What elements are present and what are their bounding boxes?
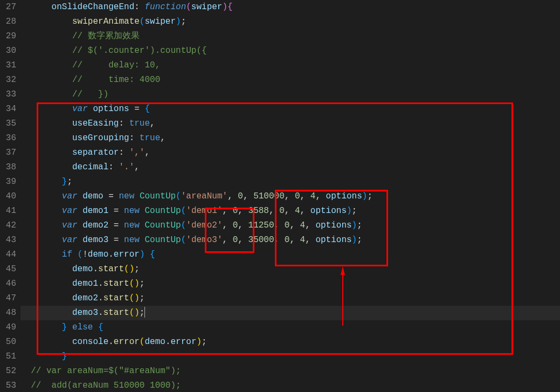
token-punc: : bbox=[134, 2, 144, 12]
line-number: 31 bbox=[2, 58, 16, 73]
text-cursor bbox=[144, 307, 145, 318]
code-line[interactable]: swiperAnimate(swiper); bbox=[20, 15, 560, 29]
token-punc: , bbox=[285, 191, 295, 201]
token-kw2: else bbox=[72, 322, 93, 332]
code-line[interactable]: var demo3 = new CountUp('demo3', 0, 3500… bbox=[20, 233, 560, 247]
token-kw2: if bbox=[62, 250, 72, 259]
code-line[interactable]: // add(areaNum 510000 1000); bbox=[20, 379, 560, 392]
token-punc: , bbox=[238, 221, 248, 230]
token-paren3: } bbox=[62, 177, 67, 187]
code-line[interactable]: separator: ',', bbox=[20, 146, 560, 160]
code-line[interactable]: var demo1 = new CountUp('demo1', 0, 3588… bbox=[20, 204, 560, 218]
token-punc: , bbox=[300, 206, 310, 216]
token-str: '.' bbox=[119, 162, 134, 172]
code-line[interactable]: // time: 4000 bbox=[20, 73, 560, 87]
line-number: 41 bbox=[2, 204, 16, 218]
token-paren2: ( bbox=[186, 2, 191, 12]
line-number-gutter: 2728293031323334353637383940414243444546… bbox=[0, 0, 20, 392]
token-punc: ; bbox=[134, 264, 140, 274]
token-punc: . bbox=[98, 293, 103, 303]
token-var: demo3 bbox=[82, 235, 108, 245]
token-punc: , bbox=[150, 119, 155, 128]
line-number: 43 bbox=[2, 233, 16, 247]
code-line[interactable]: } bbox=[20, 349, 560, 364]
token-kw2: new bbox=[124, 235, 140, 245]
line-number: 51 bbox=[2, 349, 16, 364]
token-punc bbox=[78, 221, 83, 230]
token-paren2: ) bbox=[222, 2, 227, 12]
code-line[interactable]: var demo2 = new CountUp('demo2', 0, 1125… bbox=[20, 218, 560, 233]
token-paren: () bbox=[124, 264, 134, 274]
token-punc: , bbox=[160, 133, 165, 143]
token-var: options bbox=[310, 206, 347, 216]
token-str: 'demo3' bbox=[186, 235, 222, 245]
token-kw2: true bbox=[129, 119, 150, 128]
token-punc: ; bbox=[140, 308, 145, 318]
token-var: useEasing bbox=[72, 119, 119, 128]
token-var: demo bbox=[82, 191, 103, 201]
code-line[interactable]: useEasing: true, bbox=[20, 116, 560, 131]
code-line[interactable]: demo.start(); bbox=[20, 262, 560, 277]
token-punc: , bbox=[144, 148, 150, 157]
token-paren3: { bbox=[144, 104, 150, 114]
token-var: options bbox=[315, 235, 351, 245]
token-punc: : bbox=[129, 133, 140, 143]
code-line[interactable]: }; bbox=[20, 175, 560, 189]
code-line[interactable]: decimal: '.', bbox=[20, 160, 560, 175]
token-kw2: new bbox=[119, 191, 134, 201]
token-num: 0 bbox=[233, 235, 238, 245]
token-com: // add(areaNum 510000 1000); bbox=[31, 381, 181, 390]
token-punc: , bbox=[274, 221, 285, 230]
token-num: 0 bbox=[233, 206, 238, 216]
token-num: 0 bbox=[285, 221, 290, 230]
token-fn: start bbox=[103, 308, 129, 318]
token-kw2: new bbox=[124, 206, 140, 216]
code-line[interactable]: demo3.start(); bbox=[20, 306, 560, 320]
code-line[interactable]: useGrouping: true, bbox=[20, 131, 560, 146]
line-number: 44 bbox=[2, 247, 16, 262]
code-line[interactable]: console.error(demo.error); bbox=[20, 335, 560, 349]
token-punc: ; bbox=[140, 293, 145, 303]
code-line[interactable]: var options = { bbox=[20, 102, 560, 116]
line-number: 45 bbox=[2, 262, 16, 277]
token-kw: var bbox=[72, 104, 88, 114]
line-number: 33 bbox=[2, 87, 16, 102]
token-punc: , bbox=[134, 162, 140, 172]
token-str: 'areaNum' bbox=[181, 191, 227, 201]
token-num: 0 bbox=[295, 191, 300, 201]
token-punc: ; bbox=[357, 221, 362, 230]
token-num: 0 bbox=[285, 235, 290, 245]
token-paren3: ( bbox=[140, 17, 145, 26]
code-line[interactable]: // delay: 10, bbox=[20, 58, 560, 73]
token-punc: = bbox=[103, 191, 119, 201]
code-line[interactable]: // $('.counter').countUp({ bbox=[20, 44, 560, 58]
line-number: 38 bbox=[2, 160, 16, 175]
token-punc bbox=[93, 322, 98, 332]
line-number: 27 bbox=[2, 0, 16, 15]
token-punc: , bbox=[223, 235, 233, 245]
code-line[interactable]: // 数字累加效果 bbox=[20, 29, 560, 44]
token-punc bbox=[78, 206, 83, 216]
code-line[interactable]: demo2.start(); bbox=[20, 291, 560, 306]
code-line[interactable]: demo1.start(); bbox=[20, 277, 560, 291]
token-com: // }) bbox=[72, 90, 108, 99]
code-line[interactable]: } else { bbox=[20, 320, 560, 335]
token-var: demo2 bbox=[82, 221, 108, 230]
token-punc bbox=[134, 191, 140, 201]
code-line[interactable]: var demo = new CountUp('areaNum', 0, 510… bbox=[20, 189, 560, 204]
token-fn: start bbox=[103, 279, 129, 288]
code-editor[interactable]: 2728293031323334353637383940414243444546… bbox=[0, 0, 560, 392]
token-num: 4 bbox=[300, 221, 306, 230]
token-str: 'demo2' bbox=[186, 221, 222, 230]
code-line[interactable]: // var areaNum=$("#areaNum"); bbox=[20, 364, 560, 379]
code-line[interactable]: // }) bbox=[20, 87, 560, 102]
token-punc: = bbox=[108, 206, 124, 216]
line-number: 32 bbox=[2, 73, 16, 87]
line-number: 46 bbox=[2, 277, 16, 291]
code-line[interactable]: onSlideChangeEnd: function(swiper){ bbox=[20, 0, 560, 15]
code-line[interactable]: if (!demo.error) { bbox=[20, 247, 560, 262]
token-punc: , bbox=[285, 206, 295, 216]
token-punc: , bbox=[238, 206, 248, 216]
code-area[interactable]: onSlideChangeEnd: function(swiper){ swip… bbox=[20, 0, 560, 392]
token-paren2: { bbox=[227, 2, 233, 12]
